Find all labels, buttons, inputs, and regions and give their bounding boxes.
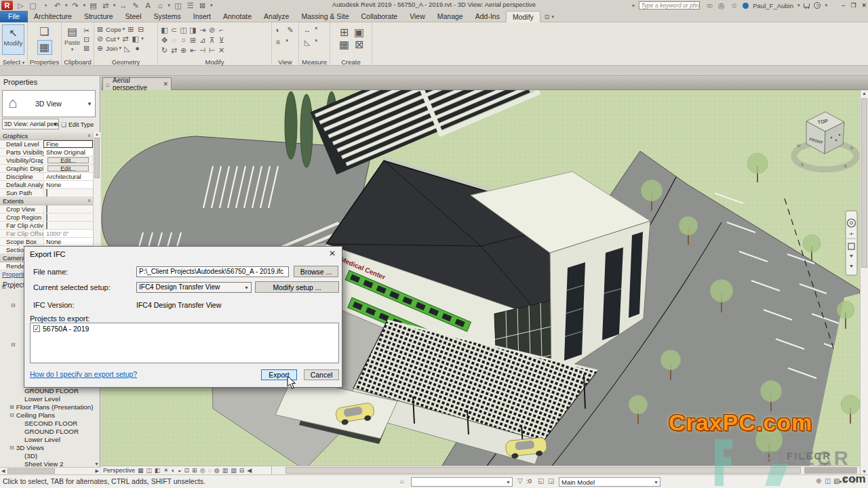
array-icon[interactable]: ⊞: [189, 36, 197, 45]
compass-w[interactable]: W: [797, 144, 801, 148]
temporary-hide-icon[interactable]: ◌: [208, 467, 211, 474]
graphic-display-edit-button[interactable]: Edit...: [47, 165, 89, 171]
linework-icon[interactable]: ≡: [274, 38, 283, 49]
legend-component-icon[interactable]: ⊞: [337, 26, 352, 37]
rotate-icon[interactable]: ○: [179, 36, 188, 45]
search-binoculars-icon[interactable]: ○○: [704, 1, 713, 9]
crop-region-icon[interactable]: ⊞: [192, 467, 197, 474]
close-button[interactable]: ✕: [861, 2, 867, 9]
view-more-icon[interactable]: ▾: [286, 38, 297, 49]
dialog-close-icon[interactable]: ✕: [329, 249, 336, 258]
canvas-vscrollbar[interactable]: ▲ ▼: [860, 90, 868, 474]
search-input[interactable]: Type a keyword or phrase: [639, 1, 700, 9]
user-name[interactable]: Paul_F_Aubin: [753, 2, 793, 9]
tab-analyze[interactable]: Analyze: [258, 11, 295, 22]
user-avatar[interactable]: [743, 3, 749, 9]
copy-clipboard-icon[interactable]: ⊡: [82, 35, 91, 43]
dimension-icon[interactable]: ◺: [303, 38, 312, 49]
cope-icon[interactable]: ⊠: [96, 25, 104, 33]
join-label[interactable]: Join: [106, 45, 117, 52]
design-options2-icon[interactable]: ◲: [548, 477, 554, 485]
editable-filter-icon[interactable]: ▽: [517, 477, 523, 485]
restore-button[interactable]: ❐: [850, 2, 856, 9]
tree-item[interactable]: SECOND FLOOR: [0, 419, 100, 427]
extend-icon[interactable]: ⇥: [198, 26, 207, 35]
create-assembly-icon[interactable]: ⊠: [352, 38, 367, 49]
compass-e[interactable]: E: [844, 164, 847, 168]
tree-expand-icon[interactable]: ⊟: [1, 285, 6, 290]
pin-icon[interactable]: ⊼: [208, 36, 216, 45]
sun-path-checkbox[interactable]: [46, 189, 47, 197]
split-icon[interactable]: ⊘: [208, 26, 216, 35]
offset2-icon[interactable]: ⇄: [170, 46, 178, 56]
tree-expand-icon[interactable]: ⊞: [9, 404, 14, 410]
select-links-icon[interactable]: ▧: [833, 477, 840, 485]
type-properties-icon[interactable]: ❏: [37, 25, 52, 39]
selection-filter-icon[interactable]: ▽: [851, 477, 856, 485]
browse-button[interactable]: Browse ...: [294, 266, 338, 277]
tree-item[interactable]: ⊟Ceiling Plans: [0, 411, 100, 419]
tab-collaborate[interactable]: Collaborate: [355, 11, 403, 22]
offset-copy-icon[interactable]: ⇄: [121, 35, 130, 43]
measure-more-icon[interactable]: ▾: [315, 26, 326, 37]
project-list-item[interactable]: ✓ 56750A - 2019: [31, 323, 338, 333]
minimize-button[interactable]: –: [842, 2, 845, 9]
tab-modify[interactable]: Modify: [506, 11, 540, 22]
view-scale-label[interactable]: Perspective: [103, 467, 135, 474]
help-dropdown-icon[interactable]: ▾: [825, 3, 827, 8]
worksets-dropdown[interactable]: ▼: [411, 477, 513, 487]
communication-center-icon[interactable]: ◎: [717, 1, 726, 9]
apply-coping-icon[interactable]: ⊞: [126, 25, 135, 33]
exclude-options-icon[interactable]: ⊕: [816, 477, 821, 485]
project-checkbox[interactable]: ✓: [33, 325, 40, 332]
modify-setup-button[interactable]: Modify setup ...: [255, 281, 339, 293]
paste-label[interactable]: Paste: [64, 39, 80, 46]
modify-tool-button[interactable]: ↖ Modify: [2, 24, 24, 55]
trim-icon[interactable]: ⌐: [217, 26, 226, 35]
type-selector[interactable]: ⌂ 3D View ▼: [2, 90, 96, 117]
align2-icon[interactable]: ⇤: [189, 46, 197, 56]
cut-geometry-icon[interactable]: ⊘: [96, 35, 104, 43]
copy-icon[interactable]: ◌: [170, 36, 178, 45]
far-clip-active-checkbox[interactable]: [46, 222, 47, 229]
delete-icon[interactable]: ✕: [217, 46, 226, 56]
create-similar-icon[interactable]: ▦: [337, 38, 352, 49]
design-options-icon[interactable]: ◱: [538, 477, 544, 485]
scroll-right-icon[interactable]: ▶: [96, 468, 99, 474]
view-tab-aerial-perspective[interactable]: ⌂ Aerial perspective ✕: [102, 77, 172, 90]
override-icon[interactable]: ✎: [286, 26, 295, 37]
render-icon[interactable]: ◒: [178, 467, 181, 474]
create-group-icon[interactable]: ▣: [352, 26, 367, 37]
crop-view-checkbox[interactable]: [46, 205, 47, 213]
edit-type-button[interactable]: ❏Edit Type: [60, 119, 96, 129]
reveal-hidden-icon[interactable]: ◍: [214, 467, 220, 474]
crop-view-icon[interactable]: ⊡: [184, 467, 190, 474]
analytical-icon[interactable]: ▧: [231, 467, 237, 474]
beam-icon[interactable]: ◺: [123, 44, 132, 52]
tab-view[interactable]: View: [403, 11, 431, 22]
paint-icon[interactable]: ◧: [131, 35, 140, 43]
navigation-bar[interactable]: [846, 211, 857, 275]
section-extents[interactable]: Extents∧: [0, 197, 93, 205]
tree-item[interactable]: Lower Level: [0, 435, 100, 443]
tab-systems[interactable]: Systems: [148, 11, 187, 22]
match-type-icon[interactable]: ⊠: [82, 44, 91, 52]
cut-label[interactable]: Cut: [106, 35, 116, 43]
default-analysis-value[interactable]: None: [43, 181, 93, 188]
worksets-icon[interactable]: ⌂: [400, 477, 404, 485]
export-setup-help-link[interactable]: How do I specify an export setup?: [30, 370, 137, 378]
section-graphics[interactable]: Graphics∧: [0, 132, 93, 140]
help-icon[interactable]: ?: [814, 2, 821, 9]
scope-box-value[interactable]: None: [43, 238, 93, 245]
detail-level-value[interactable]: Fine: [43, 140, 93, 148]
select-pinned-icon[interactable]: ⊼: [842, 477, 847, 485]
tab-manage[interactable]: Manage: [431, 11, 469, 22]
view-filter-dropdown[interactable]: 3D View: Aerial persp▼: [2, 119, 59, 129]
scroll-down-icon[interactable]: ▼: [862, 469, 867, 474]
shadows-icon[interactable]: ◐: [172, 467, 175, 474]
ribbon-display-icon[interactable]: ⊡: [545, 14, 550, 20]
measure-length-icon[interactable]: ↔: [303, 26, 312, 37]
detail-level-icon[interactable]: ◫: [146, 467, 153, 474]
mirror-draw-icon[interactable]: ◨: [189, 26, 197, 35]
canvas-hscrollbar[interactable]: [272, 466, 860, 474]
